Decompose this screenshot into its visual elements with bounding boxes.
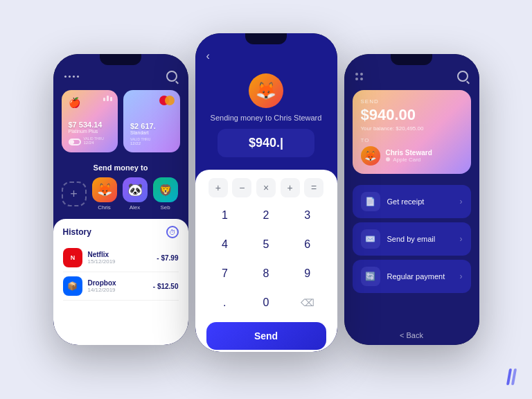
history-item-dropbox[interactable]: 📦 Dropbox 14/12/2019 - $12.50 [63, 272, 179, 301]
card2-label: Standart [130, 130, 173, 135]
dropbox-amount: - $12.50 [153, 283, 179, 290]
receipt-label: Get receipt [387, 197, 453, 206]
email-label: Send by email [387, 235, 453, 243]
mastercard-icon [159, 96, 175, 105]
num-1[interactable]: 1 [206, 203, 244, 228]
netflix-date: 15/12/2019 [88, 258, 152, 265]
backspace-button[interactable]: ⌫ [289, 290, 326, 315]
num-4[interactable]: 4 [206, 232, 244, 257]
contact-chris[interactable]: 🦊 Chris [92, 177, 117, 211]
history-section: History ⏱ N Netflix 15/12/2019 - $7.99 📦… [53, 219, 188, 345]
card2-valid: 12/22 [130, 141, 173, 145]
history-netflix-info: Netflix 15/12/2019 [88, 251, 152, 265]
slash-2 [511, 369, 517, 385]
recipient-right-card: Apple Card [386, 157, 432, 163]
dropbox-logo: 📦 [63, 276, 82, 296]
recipient-right-avatar: 🦊 [361, 146, 380, 166]
history-item-netflix[interactable]: N Netflix 15/12/2019 - $7.99 [63, 244, 179, 272]
recipient-right-info: Chris Steward Apple Card [386, 149, 432, 163]
netflix-logo: N [63, 248, 82, 267]
avatar-seb-icon: 🦁 [153, 177, 178, 202]
send-button[interactable]: Send [206, 322, 326, 350]
send-label: SEND [361, 98, 463, 105]
card1-valid: 12/24 [84, 141, 104, 145]
contact-alex-avatar: 🐼 [123, 177, 148, 202]
num-6[interactable]: 6 [289, 232, 326, 257]
email-chevron: › [460, 234, 463, 244]
back-section: < Back [344, 326, 479, 345]
recipient-section: 🦊 Sending money to Chris Steward $940.| [195, 68, 337, 163]
recipient-right-name: Chris Steward [386, 149, 432, 157]
card1-balance: $7 534.14 [69, 121, 112, 129]
notch-left [100, 54, 141, 65]
card-mastercard[interactable]: $2 617. Standart VALID THRU 12/22 [123, 90, 180, 152]
phone-right: SEND $940.00 Your balance: $20,495.00 TO… [344, 54, 479, 345]
payment-label: Regular payment [387, 272, 453, 281]
get-receipt-button[interactable]: 📄 Get receipt › [353, 185, 471, 218]
phones-container: 🍎 $7 534.14 Platinum Plus [39, 33, 493, 366]
notch-middle [245, 33, 287, 44]
search-icon[interactable] [166, 71, 177, 82]
back-link[interactable]: < Back [400, 331, 423, 339]
contacts-row: + 🦊 Chris 🐼 Alex [62, 177, 180, 211]
history-title: History [63, 227, 91, 237]
status-bar-right [344, 65, 479, 85]
recipient-row: 🦊 Chris Steward Apple Card [361, 146, 463, 166]
numpad-section: + − × + = 1 2 3 4 5 6 7 8 9 . 0 [195, 170, 337, 352]
num-0[interactable]: 0 [247, 290, 285, 315]
watermark [508, 369, 515, 385]
contact-seb-name: Seb [160, 204, 170, 211]
contact-alex-name: Alex [130, 204, 141, 211]
cards-row: 🍎 $7 534.14 Platinum Plus [53, 85, 188, 158]
num-5[interactable]: 5 [247, 232, 285, 257]
netflix-amount: - $7.99 [157, 254, 178, 262]
send-email-button[interactable]: ✉️ Send by email › [353, 222, 471, 256]
to-label: TO [361, 137, 463, 143]
card1-label: Platinum Plus [69, 129, 112, 134]
payment-chevron: › [460, 272, 463, 281]
contact-alex[interactable]: 🐼 Alex [123, 177, 148, 211]
card2-balance: $2 617. [130, 122, 173, 130]
num-3[interactable]: 3 [289, 203, 326, 228]
dropbox-name: Dropbox [88, 279, 148, 287]
regular-payment-button[interactable]: 🔄 Regular payment › [353, 260, 471, 293]
num-dot[interactable]: . [206, 290, 244, 315]
avatar-chris-icon: 🦊 [92, 177, 117, 202]
contact-seb-avatar: 🦁 [153, 177, 178, 202]
op-equals[interactable]: = [304, 178, 323, 197]
num-9[interactable]: 9 [289, 261, 326, 286]
num-8[interactable]: 8 [247, 261, 285, 286]
avatar-alex-icon: 🐼 [123, 177, 148, 202]
num-7[interactable]: 7 [206, 261, 244, 286]
add-contact-button[interactable]: + [62, 181, 87, 206]
contact-chris-avatar: 🦊 [92, 177, 117, 202]
history-clock-icon[interactable]: ⏱ [166, 226, 179, 238]
history-header: History ⏱ [63, 226, 179, 238]
num-2[interactable]: 2 [247, 203, 285, 228]
op-plus2[interactable]: + [281, 178, 300, 197]
email-icon: ✉️ [361, 229, 380, 249]
amount-input[interactable]: $940.| [218, 129, 314, 157]
send-balance: Your balance: $20,495.00 [361, 125, 463, 132]
op-times[interactable]: × [256, 178, 276, 197]
op-plus[interactable]: + [209, 178, 228, 197]
phone-middle: ‹ 🦊 Sending money to Chris Steward $940.… [195, 33, 337, 352]
status-bar-left [53, 65, 188, 85]
menu-dots-icon [64, 76, 79, 78]
notch-right [391, 54, 432, 65]
back-button-middle[interactable]: ‹ [195, 44, 337, 68]
screen-left: 🍎 $7 534.14 Platinum Plus [53, 54, 188, 345]
card-apple[interactable]: 🍎 $7 534.14 Platinum Plus [62, 90, 118, 152]
apple-logo: 🍎 [69, 97, 80, 108]
op-minus[interactable]: − [232, 178, 251, 197]
dropbox-date: 14/12/2019 [88, 287, 148, 293]
operators-row: + − × + = [206, 178, 326, 197]
contact-seb[interactable]: 🦁 Seb [153, 177, 178, 211]
netflix-name: Netflix [88, 251, 152, 258]
recipient-text: Sending money to Chris Steward [211, 114, 322, 122]
send-amount: $940.00 [361, 106, 463, 124]
payment-icon: 🔄 [361, 267, 380, 286]
bar-chart-icon [103, 96, 112, 101]
search-icon-right[interactable] [457, 71, 468, 82]
contact-chris-name: Chris [98, 204, 111, 211]
